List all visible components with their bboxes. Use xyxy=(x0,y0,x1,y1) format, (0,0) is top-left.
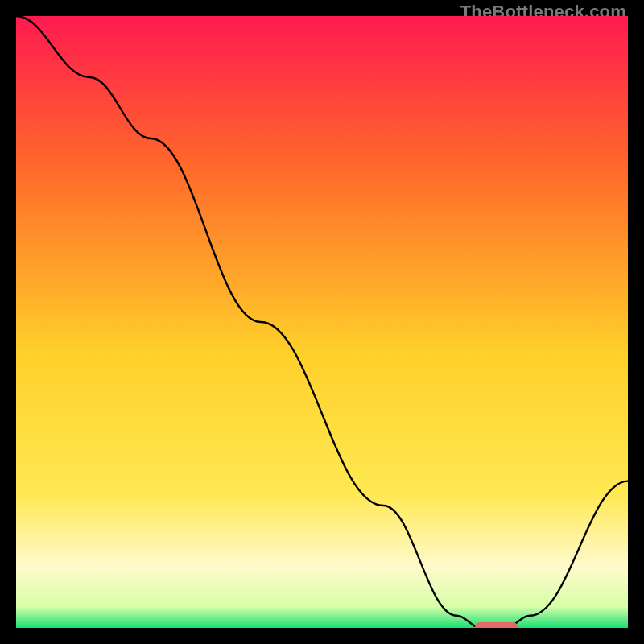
chart-background xyxy=(16,16,628,628)
bottleneck-chart xyxy=(16,16,628,628)
optimal-range-marker xyxy=(475,622,518,628)
chart-frame xyxy=(16,16,628,628)
